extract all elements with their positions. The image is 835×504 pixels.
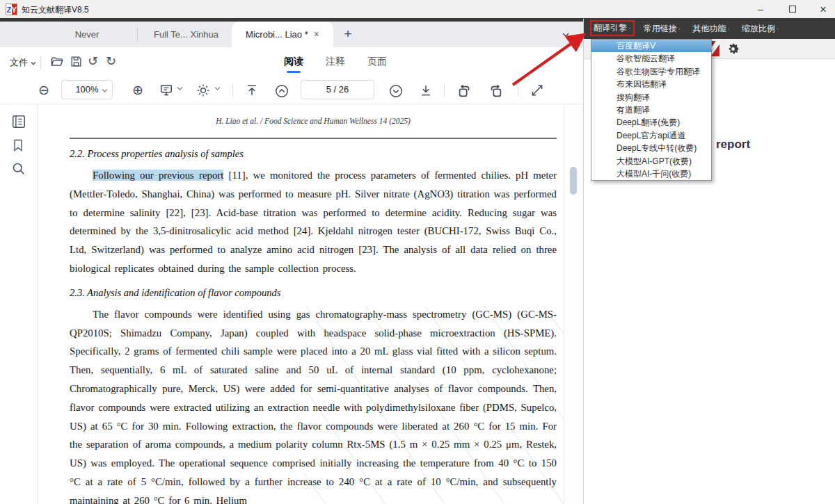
tab-label: Microbi... Liao * (246, 29, 308, 40)
tab-close-icon[interactable]: × (314, 29, 319, 40)
maximize-button[interactable] (782, 2, 803, 17)
tab-never[interactable]: Never (38, 22, 136, 47)
translation-engine-dropdown: 百度翻译V谷歌智能云翻译谷歌生物医学专用翻译布来因德翻译搜狗翻译有道翻译Deep… (591, 39, 712, 181)
toolbar-divider (518, 84, 518, 97)
translation-menubar: 翻译引擎·常用链接·其他功能·缩放比例· (584, 19, 835, 39)
menu-item-2[interactable]: 其他功能· (690, 22, 733, 36)
title-bar: Z Y 知云文献翻译V8.5 – × (0, 0, 835, 19)
next-page-icon[interactable] (388, 83, 404, 99)
chevron-down-icon[interactable] (177, 86, 183, 91)
page-view-mode-icon[interactable] (159, 83, 174, 97)
close-button[interactable]: × (813, 2, 834, 17)
view-tab-annotate[interactable]: 注释 (326, 56, 345, 68)
paragraph-22-rest: [11], we monitored the process parameter… (70, 170, 557, 274)
dropdown-item-10[interactable]: 大模型AI-千问(收费) (591, 168, 711, 180)
dropdown-item-6[interactable]: DeepL翻译(免费) (591, 116, 711, 129)
maximize-icon (789, 6, 796, 13)
zoom-out-icon[interactable]: ⊖ (38, 82, 49, 97)
zoom-level-select[interactable]: 100% (61, 80, 113, 99)
document-tab-bar: Never Full Te... Xinhua Microbi... Liao … (0, 22, 583, 47)
main-toolbar: 文件 ↺ ↻ 阅读 注释 页面 (0, 47, 583, 78)
save-icon[interactable] (70, 55, 85, 70)
paper-running-head: H. Liao et al. / Food Science and Human … (70, 117, 557, 125)
view-tab-page[interactable]: 页面 (367, 56, 387, 68)
download-icon[interactable] (419, 83, 433, 97)
header-rule (70, 138, 557, 139)
menu-item-1[interactable]: 常用链接· (641, 22, 684, 36)
menu-item-3[interactable]: 缩放比例· (739, 22, 782, 36)
previous-page-icon[interactable] (274, 83, 289, 99)
dropdown-item-0[interactable]: 百度翻译V (591, 40, 711, 52)
thumbnail-panel-icon[interactable] (11, 114, 26, 129)
open-folder-icon[interactable] (50, 55, 65, 70)
dropdown-item-2[interactable]: 谷歌生物医学专用翻译 (591, 65, 711, 78)
selected-text-highlight[interactable]: Following our previous report (93, 170, 223, 181)
menu-item-label: 其他功能 (692, 24, 726, 33)
chevron-down-icon (30, 60, 37, 67)
menu-item-marker: · (727, 24, 730, 33)
rotate-right-icon[interactable] (488, 83, 504, 99)
menu-item-marker: · (628, 24, 631, 32)
tab-divider (137, 27, 138, 42)
dropdown-item-5[interactable]: 有道翻译 (591, 104, 711, 116)
section-heading-22: 2.2. Process properties analysis of samp… (70, 148, 557, 160)
paragraph-23: The flavor compounds were identified usi… (70, 305, 557, 504)
toolbar-divider (444, 84, 445, 97)
tab-microbi-liao-active[interactable]: Microbi... Liao *× (232, 22, 333, 47)
new-tab-button[interactable]: + (338, 22, 358, 47)
section-heading-23: 2.3. Analysis and identification of flav… (70, 287, 557, 299)
search-icon[interactable] (11, 161, 26, 176)
menu-item-0[interactable]: 翻译引擎· (590, 20, 635, 36)
file-menu-button[interactable]: 文件 (10, 56, 37, 69)
zoom-in-icon[interactable]: ⊕ (132, 82, 143, 97)
go-to-top-icon[interactable] (245, 83, 259, 97)
fullscreen-expand-icon[interactable] (530, 83, 544, 97)
gear-icon[interactable] (726, 42, 740, 56)
dropdown-item-4[interactable]: 搜狗翻译 (591, 91, 711, 104)
tab-fulltext-xinhua[interactable]: Full Te... Xinhua (143, 22, 230, 47)
paragraph-22: Following our previous report [11], we m… (70, 166, 557, 278)
bookmark-icon[interactable] (11, 138, 25, 153)
menu-item-label: 常用链接 (644, 24, 677, 33)
menu-item-label: 翻译引擎 (594, 23, 627, 33)
undo-icon[interactable]: ↺ (88, 54, 98, 68)
menu-item-marker: · (678, 24, 681, 33)
document-sidebar (0, 104, 38, 504)
pdf-document-text: H. Liao et al. / Food Science and Human … (70, 111, 557, 504)
brightness-icon[interactable] (196, 83, 210, 97)
rotate-left-icon[interactable] (456, 83, 472, 99)
pdf-scrollbar-thumb[interactable] (570, 167, 577, 195)
redo-icon[interactable]: ↻ (106, 54, 116, 68)
app-logo-icon: Z Y (6, 3, 17, 15)
dropdown-item-3[interactable]: 布来因德翻译 (591, 78, 711, 90)
tab-list-chevron-icon[interactable] (561, 30, 571, 40)
pdf-scrollbar[interactable] (564, 104, 583, 504)
pdf-page-view[interactable]: H. Liao et al. / Food Science and Human … (39, 104, 564, 504)
translation-result-fragment: report (716, 138, 750, 152)
chevron-down-icon (102, 88, 108, 93)
toolbar-divider (40, 56, 41, 70)
view-tab-read[interactable]: 阅读 (284, 56, 303, 68)
minimize-button[interactable]: – (750, 2, 771, 17)
page-number-input[interactable]: 5 / 26 (301, 80, 374, 99)
dropdown-item-1[interactable]: 谷歌智能云翻译 (591, 52, 711, 65)
chevron-down-icon[interactable] (214, 86, 221, 91)
app-title: 知云文献翻译V8.5 (22, 4, 89, 16)
dropdown-item-9[interactable]: 大模型AI-GPT(收费) (591, 155, 711, 168)
menu-item-marker: · (777, 24, 779, 33)
toolbar-divider (232, 84, 233, 97)
menu-item-label: 缩放比例 (742, 24, 775, 33)
dropdown-item-7[interactable]: DeepL官方api通道 (591, 129, 711, 142)
dropdown-item-8[interactable]: DeepL专线中转(收费) (591, 142, 711, 154)
zoom-page-toolbar: ⊖ 100% ⊕ 5 / 26 (0, 78, 583, 104)
